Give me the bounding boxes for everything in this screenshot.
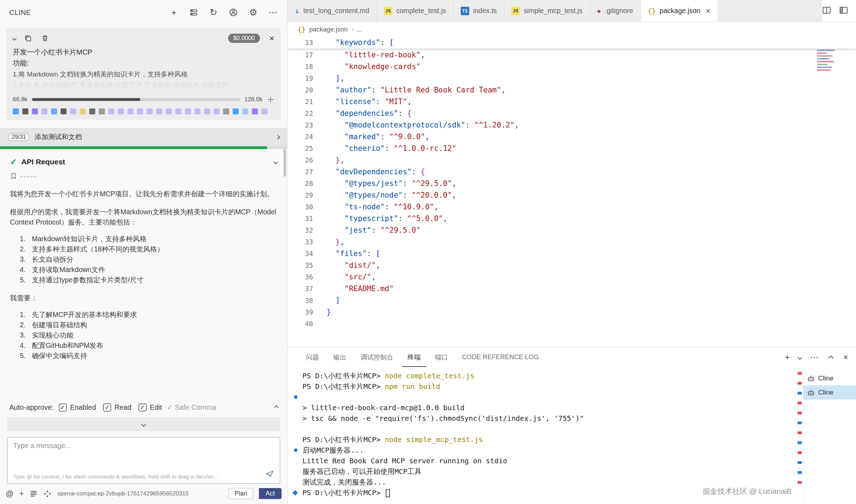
- editor-tab[interactable]: ◆.gitignore: [590, 0, 641, 22]
- panel-tab[interactable]: 调试控制台: [355, 348, 399, 367]
- terminal-list-item[interactable]: Cline: [803, 385, 856, 400]
- code-line[interactable]: 27 "devDependencies": {: [288, 166, 856, 178]
- token-square[interactable]: [51, 108, 57, 114]
- editor-tab[interactable]: {}package.json×: [641, 0, 718, 22]
- close-panel-icon[interactable]: ×: [843, 352, 848, 362]
- checkbox-checked[interactable]: ✓: [103, 403, 111, 412]
- token-square[interactable]: [233, 108, 239, 114]
- token-square[interactable]: [118, 108, 124, 114]
- code-line[interactable]: 24 "marked": "^9.0.0",: [288, 131, 856, 143]
- history-icon[interactable]: ↻: [209, 7, 219, 17]
- checkbox-checked[interactable]: ✓: [138, 403, 147, 412]
- token-square[interactable]: [80, 108, 86, 114]
- code-line[interactable]: 13 "keywords": [: [288, 37, 856, 49]
- code-line[interactable]: 29 "@types/node": "^20.0.0",: [288, 189, 856, 201]
- bookmark-icon[interactable]: [10, 172, 17, 181]
- terminal[interactable]: PS D:\小红书卡片MCP> node complete_test.jsPS …: [288, 367, 797, 504]
- editor-tab[interactable]: TSindex.ts: [454, 0, 504, 22]
- token-square[interactable]: [175, 108, 181, 114]
- delete-task-icon[interactable]: [40, 33, 50, 43]
- terminal-dropdown-icon[interactable]: [798, 355, 802, 360]
- panel-tab[interactable]: 问题: [300, 348, 325, 367]
- terminal-list-item[interactable]: Cline: [803, 371, 856, 385]
- editor-tab[interactable]: JScomplete_test.js: [377, 0, 454, 22]
- token-square[interactable]: [147, 108, 153, 114]
- code-line[interactable]: 20 "author": "Little Red Book Card Team"…: [288, 84, 856, 96]
- code-line[interactable]: 21 "license": "MIT",: [288, 96, 856, 108]
- breadcrumb-more[interactable]: ...: [357, 26, 362, 33]
- code-editor[interactable]: 13 "keywords": [17 "little-red-book",18 …: [288, 37, 856, 347]
- token-square[interactable]: [185, 108, 191, 114]
- token-square[interactable]: [214, 108, 220, 114]
- scrollbar-thumb[interactable]: [283, 149, 286, 177]
- code-line[interactable]: 33 },: [288, 236, 856, 248]
- auto-approve-option[interactable]: ✓Enabled: [59, 403, 96, 412]
- token-square[interactable]: [204, 108, 210, 114]
- token-square[interactable]: [22, 108, 28, 114]
- code-line[interactable]: 32 "jest": "^29.5.0": [288, 225, 856, 236]
- token-square[interactable]: [156, 108, 162, 114]
- code-line[interactable]: 23 "@modelcontextprotocol/sdk": "^1.20.2…: [288, 119, 856, 131]
- token-square[interactable]: [242, 108, 248, 114]
- mention-icon[interactable]: @: [6, 489, 13, 498]
- code-line[interactable]: 39}: [288, 306, 856, 318]
- todo-progress[interactable]: 29/31 添加测试和文档: [0, 128, 287, 146]
- command-decoration-dot[interactable]: [294, 395, 297, 399]
- collapsed-section-bar[interactable]: [7, 417, 280, 431]
- panel-tab[interactable]: 终端: [402, 348, 426, 367]
- code-line[interactable]: 37 "README.md": [288, 283, 856, 295]
- code-line[interactable]: 19 ],: [288, 73, 856, 84]
- context-expand-icon[interactable]: [267, 96, 274, 103]
- settings-icon[interactable]: ⚙: [248, 7, 258, 17]
- code-line[interactable]: 17 "little-red-book",: [288, 49, 856, 61]
- auto-approve-option[interactable]: ✓Edit: [138, 403, 162, 412]
- code-line[interactable]: 28 "@types/jest": "^29.5.0",: [288, 178, 856, 189]
- message-input[interactable]: [13, 442, 274, 450]
- mcp-servers-icon[interactable]: [189, 7, 199, 17]
- token-square[interactable]: [41, 108, 47, 114]
- token-square[interactable]: [89, 108, 95, 114]
- token-square[interactable]: [127, 108, 134, 114]
- add-context-icon[interactable]: +: [19, 489, 24, 498]
- code-line[interactable]: 36 "src/",: [288, 271, 856, 283]
- token-square[interactable]: [108, 108, 114, 114]
- auto-approve-row[interactable]: Auto-approve: ✓Enabled✓Read✓Edit ✓ Safe …: [0, 400, 287, 415]
- code-line[interactable]: 34 "files": [: [288, 248, 856, 260]
- code-line[interactable]: 25 "cheerio": "^1.0.0-rc.12": [288, 143, 856, 154]
- message-input-box[interactable]: Type @ for context, / for slash commands…: [7, 437, 280, 484]
- token-square[interactable]: [252, 108, 258, 114]
- collapse-task-icon[interactable]: [12, 36, 17, 41]
- send-icon[interactable]: [265, 469, 274, 480]
- auto-approve-option[interactable]: ✓Read: [103, 403, 131, 412]
- more-icon[interactable]: ⋯: [268, 7, 278, 17]
- token-square[interactable]: [70, 108, 76, 114]
- plan-button[interactable]: Plan: [228, 488, 253, 499]
- token-square[interactable]: [13, 108, 19, 114]
- chevron-down-icon[interactable]: [273, 160, 278, 164]
- code-line[interactable]: 31 "typescript": "^5.0.0",: [288, 213, 856, 225]
- code-line[interactable]: 35 "dist/",: [288, 260, 856, 271]
- breadcrumb-file[interactable]: package.json: [309, 26, 348, 33]
- model-selector[interactable]: openai-compat:ep-2vbupb-1761742965956520…: [57, 490, 189, 497]
- editor-tab[interactable]: JSsimple_mcp_test.js: [504, 0, 590, 22]
- code-line[interactable]: 18 "knowledge-cards": [288, 61, 856, 73]
- checkbox-checked[interactable]: ✓: [59, 403, 67, 412]
- chevron-up-icon[interactable]: [274, 405, 279, 410]
- panel-tab[interactable]: CODE REFERENCE LOG: [457, 348, 545, 367]
- new-task-icon[interactable]: +: [169, 7, 179, 17]
- split-editor-icon[interactable]: [822, 6, 831, 16]
- new-terminal-icon[interactable]: +: [785, 352, 790, 362]
- token-square[interactable]: [137, 108, 143, 114]
- panel-more-icon[interactable]: ⋯: [810, 352, 818, 362]
- api-request-header[interactable]: ✓ API Request: [10, 157, 277, 167]
- account-icon[interactable]: [228, 7, 238, 17]
- act-button[interactable]: Act: [259, 488, 282, 499]
- token-square[interactable]: [99, 108, 105, 114]
- token-square[interactable]: [223, 108, 229, 114]
- token-square[interactable]: [166, 108, 172, 114]
- code-line[interactable]: 38 ]: [288, 295, 856, 306]
- token-square[interactable]: [261, 108, 267, 114]
- token-square[interactable]: [32, 108, 38, 114]
- code-line[interactable]: 22 "dependencies": {: [288, 108, 856, 119]
- command-decoration-dot[interactable]: [294, 448, 297, 452]
